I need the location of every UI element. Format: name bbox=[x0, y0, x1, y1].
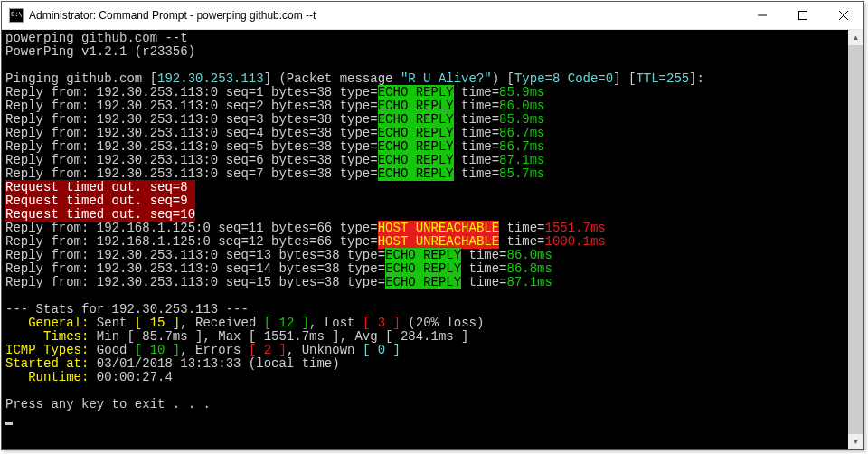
cursor-line bbox=[5, 411, 848, 425]
command-line: powerping github.com --t bbox=[5, 32, 848, 45]
reply-error-line: Reply from: 192.168.1.125:0 seq=11 bytes… bbox=[5, 222, 848, 235]
window-title: Administrator: Command Prompt - powerpin… bbox=[29, 9, 741, 22]
stats-times: Times: Min [ 85.7ms ], Max [ 1551.7ms ],… bbox=[5, 330, 848, 344]
reply-line: Reply from: 192.30.253.113:0 seq=2 bytes… bbox=[5, 99, 848, 113]
cmd-icon: C:\ bbox=[9, 8, 24, 23]
terminal-line bbox=[5, 384, 848, 398]
reply-line: Reply from: 192.30.253.113:0 seq=3 bytes… bbox=[5, 113, 848, 127]
vertical-scrollbar[interactable]: ▲ ▼ bbox=[848, 30, 863, 449]
exit-prompt: Press any key to exit . . . bbox=[5, 398, 848, 411]
terminal-area: powerping github.com --tPowerPing v1.2.1… bbox=[2, 30, 863, 449]
ping-header: Pinging github.com [192.30.253.113] (Pac… bbox=[5, 72, 848, 86]
stats-started: Started at: 03/01/2018 13:13:33 (local t… bbox=[5, 357, 848, 371]
svg-text:C:\: C:\ bbox=[11, 11, 23, 18]
terminal-output[interactable]: powerping github.com --tPowerPing v1.2.1… bbox=[2, 30, 848, 449]
scroll-up-arrow[interactable]: ▲ bbox=[848, 30, 863, 45]
terminal-line bbox=[5, 59, 848, 72]
cursor bbox=[5, 422, 13, 425]
timeout-line: Request timed out. seq=8 bbox=[5, 181, 848, 194]
titlebar[interactable]: C:\ Administrator: Command Prompt - powe… bbox=[2, 2, 863, 30]
version-line: PowerPing v1.2.1 (r23356) bbox=[5, 45, 848, 59]
stats-general: General: Sent [ 15 ], Received [ 12 ], L… bbox=[5, 317, 848, 330]
reply-line: Reply from: 192.30.253.113:0 seq=4 bytes… bbox=[5, 127, 848, 140]
reply-line: Reply from: 192.30.253.113:0 seq=13 byte… bbox=[5, 249, 848, 262]
stats-icmp: ICMP Types: Good [ 10 ], Errors [ 2 ], U… bbox=[5, 344, 848, 357]
timeout-line: Request timed out. seq=10 bbox=[5, 208, 848, 222]
stats-header: --- Stats for 192.30.253.113 --- bbox=[5, 303, 848, 317]
timeout-line: Request timed out. seq=9 bbox=[5, 194, 848, 208]
reply-line: Reply from: 192.30.253.113:0 seq=15 byte… bbox=[5, 276, 848, 289]
svg-rect-3 bbox=[798, 12, 807, 20]
maximize-button[interactable] bbox=[782, 2, 823, 29]
reply-line: Reply from: 192.30.253.113:0 seq=5 bytes… bbox=[5, 140, 848, 154]
stats-runtime: Runtime: 00:00:27.4 bbox=[5, 371, 848, 384]
reply-line: Reply from: 192.30.253.113:0 seq=7 bytes… bbox=[5, 167, 848, 181]
minimize-button[interactable] bbox=[741, 2, 782, 29]
terminal-line bbox=[5, 289, 848, 303]
scroll-down-arrow[interactable]: ▼ bbox=[848, 434, 863, 449]
reply-line: Reply from: 192.30.253.113:0 seq=6 bytes… bbox=[5, 154, 848, 167]
reply-line: Reply from: 192.30.253.113:0 seq=1 bytes… bbox=[5, 86, 848, 99]
reply-error-line: Reply from: 192.168.1.125:0 seq=12 bytes… bbox=[5, 235, 848, 249]
close-button[interactable] bbox=[823, 2, 863, 29]
command-prompt-window: C:\ Administrator: Command Prompt - powe… bbox=[1, 1, 864, 450]
reply-line: Reply from: 192.30.253.113:0 seq=14 byte… bbox=[5, 262, 848, 276]
scroll-thumb[interactable] bbox=[848, 45, 863, 434]
